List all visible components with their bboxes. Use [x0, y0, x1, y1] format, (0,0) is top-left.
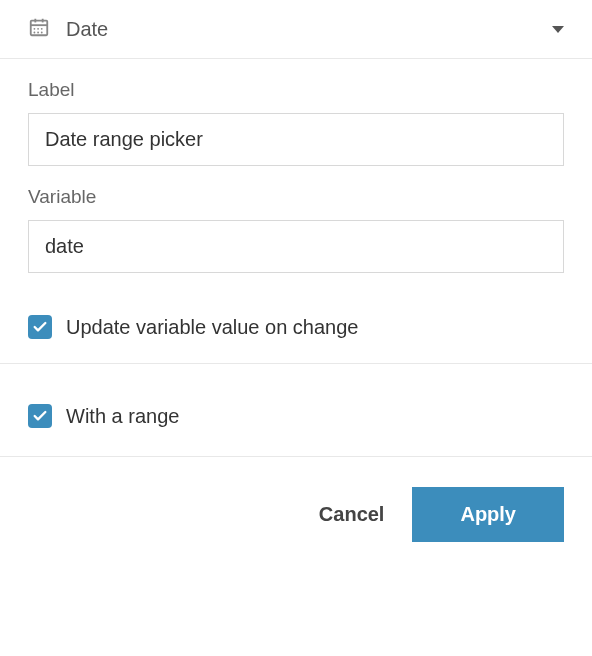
update-on-change-row: Update variable value on change — [0, 297, 592, 364]
footer: Cancel Apply — [0, 457, 592, 572]
calendar-icon — [28, 16, 50, 42]
variable-field-group: Variable — [28, 186, 564, 273]
with-range-checkbox[interactable] — [28, 404, 52, 428]
cancel-button[interactable]: Cancel — [319, 503, 385, 526]
variable-caption: Variable — [28, 186, 564, 208]
apply-button[interactable]: Apply — [412, 487, 564, 542]
label-caption: Label — [28, 79, 564, 101]
label-input[interactable] — [28, 113, 564, 166]
chevron-down-icon — [552, 26, 564, 33]
header-left: Date — [28, 16, 108, 42]
with-range-label[interactable]: With a range — [66, 405, 179, 428]
with-range-row: With a range — [0, 364, 592, 457]
update-on-change-label[interactable]: Update variable value on change — [66, 316, 358, 339]
header-title: Date — [66, 18, 108, 41]
fields-section: Label Variable — [0, 59, 592, 297]
update-on-change-checkbox[interactable] — [28, 315, 52, 339]
svg-rect-0 — [31, 21, 48, 36]
type-selector-header[interactable]: Date — [0, 0, 592, 59]
label-field-group: Label — [28, 79, 564, 166]
variable-input[interactable] — [28, 220, 564, 273]
